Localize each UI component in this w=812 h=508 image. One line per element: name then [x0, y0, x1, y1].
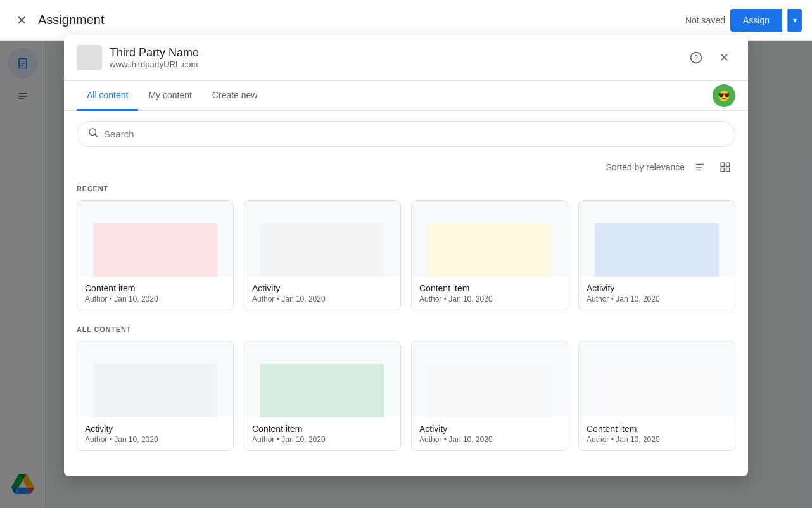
all-card-info-0: Activity Author • Jan 10, 2020 [77, 417, 233, 450]
tab-create-new[interactable]: Create new [202, 81, 268, 111]
all-card-meta-2: Author • Jan 10, 2020 [419, 435, 560, 444]
all-card-thumb-1 [244, 341, 400, 417]
card-meta-1: Author • Jan 10, 2020 [252, 295, 393, 303]
card-title-1: Activity [252, 283, 393, 293]
card-meta-0: Author • Jan 10, 2020 [85, 295, 225, 303]
all-content-card-0[interactable]: Activity Author • Jan 10, 2020 [77, 341, 234, 451]
recent-cards-grid: Content item Author • Jan 10, 2020 Activ… [77, 200, 735, 310]
grid-view-icon [720, 162, 731, 173]
all-content-card-1[interactable]: Content item Author • Jan 10, 2020 [244, 341, 401, 451]
card-info-1: Activity Author • Jan 10, 2020 [244, 277, 400, 310]
all-card-thumb-0 [77, 341, 233, 417]
all-card-title-0: Activity [85, 424, 225, 434]
card-thumb-inner-0 [93, 223, 218, 277]
all-content-cards-grid: Activity Author • Jan 10, 2020 Content i… [77, 341, 735, 451]
modal-dialog: Third Party Name www.thirdpartyURL.com ?… [64, 35, 748, 476]
all-card-meta-0: Author • Jan 10, 2020 [85, 435, 225, 444]
modal-title-group: Third Party Name www.thirdpartyURL.com [110, 46, 685, 69]
recent-card-3[interactable]: Activity Author • Jan 10, 2020 [578, 200, 735, 310]
all-card-thumb-2 [412, 341, 568, 417]
card-thumb-inner-3 [595, 223, 720, 277]
help-icon: ? [690, 51, 702, 64]
grid-view-button[interactable] [715, 157, 735, 177]
all-card-title-3: Content item [587, 424, 727, 434]
all-card-meta-1: Author • Jan 10, 2020 [252, 435, 393, 444]
help-button[interactable]: ? [685, 46, 707, 69]
recent-section-label: RECENT [77, 185, 735, 193]
card-title-3: Activity [587, 283, 727, 293]
search-input[interactable] [104, 129, 725, 139]
card-info-0: Content item Author • Jan 10, 2020 [77, 277, 233, 310]
card-title-2: Content item [419, 283, 560, 293]
all-content-card-3[interactable]: Content item Author • Jan 10, 2020 [578, 341, 735, 451]
svg-rect-14 [721, 163, 724, 166]
close-icon: ✕ [16, 13, 27, 28]
top-bar-right: Not saved Assign ▾ [685, 9, 802, 32]
svg-rect-17 [726, 168, 730, 172]
avatar-emoji: 😎 [718, 90, 730, 102]
svg-rect-16 [721, 168, 724, 172]
all-card-thumb-inner-0 [93, 364, 218, 417]
card-thumb-inner-2 [428, 223, 552, 277]
tab-all-content[interactable]: All content [77, 81, 138, 111]
modal-logo [77, 45, 102, 70]
sort-button[interactable] [690, 157, 710, 177]
page-title: Assignment [38, 13, 105, 27]
sort-bar: Sorted by relevance [77, 157, 735, 177]
close-button[interactable]: ✕ [10, 9, 33, 32]
card-thumb-1 [244, 201, 400, 277]
recent-card-0[interactable]: Content item Author • Jan 10, 2020 [77, 200, 234, 310]
all-card-info-3: Content item Author • Jan 10, 2020 [579, 417, 735, 450]
all-content-card-2[interactable]: Activity Author • Jan 10, 2020 [411, 341, 568, 451]
assign-dropdown-button[interactable]: ▾ [787, 9, 802, 32]
sort-label: Sorted by relevance [606, 162, 685, 172]
all-card-title-1: Content item [252, 424, 393, 434]
card-meta-3: Author • Jan 10, 2020 [587, 295, 727, 303]
modal-title: Third Party Name [110, 46, 685, 60]
svg-text:?: ? [694, 54, 698, 61]
modal-body: Sorted by relevance RECENT [64, 111, 748, 476]
card-thumb-2 [412, 201, 568, 277]
search-bar[interactable] [77, 121, 735, 147]
sort-icon [694, 162, 706, 173]
all-content-section-label: ALL CONTENT [77, 326, 735, 333]
modal-header: Third Party Name www.thirdpartyURL.com ?… [64, 35, 748, 81]
recent-card-1[interactable]: Activity Author • Jan 10, 2020 [244, 200, 401, 310]
not-saved-label: Not saved [685, 15, 725, 25]
all-card-info-2: Activity Author • Jan 10, 2020 [412, 417, 568, 450]
recent-card-2[interactable]: Content item Author • Jan 10, 2020 [411, 200, 568, 310]
tabs-bar: All content My content Create new 😎 [64, 81, 748, 111]
modal-header-actions: ? ✕ [685, 46, 735, 69]
card-thumb-3 [579, 201, 735, 277]
user-avatar[interactable]: 😎 [713, 84, 735, 107]
all-card-meta-3: Author • Jan 10, 2020 [587, 435, 727, 444]
modal-url: www.thirdpartyURL.com [110, 60, 685, 69]
modal-close-icon: ✕ [720, 51, 729, 65]
tab-my-content[interactable]: My content [138, 81, 201, 111]
all-card-thumb-inner-1 [260, 364, 385, 417]
card-info-3: Activity Author • Jan 10, 2020 [579, 277, 735, 310]
all-card-thumb-inner-3 [595, 364, 720, 417]
search-icon [87, 127, 99, 141]
card-title-0: Content item [85, 283, 225, 293]
all-card-title-2: Activity [419, 424, 560, 434]
card-thumb-inner-1 [260, 223, 385, 277]
card-thumb-0 [77, 201, 233, 277]
modal-close-button[interactable]: ✕ [713, 46, 735, 69]
all-card-thumb-3 [579, 341, 735, 417]
all-card-thumb-inner-2 [428, 364, 552, 417]
svg-rect-15 [726, 163, 730, 166]
card-info-2: Content item Author • Jan 10, 2020 [412, 277, 568, 310]
svg-line-10 [95, 134, 97, 136]
dropdown-icon: ▾ [793, 16, 797, 25]
search-svg-icon [87, 127, 99, 138]
assign-button[interactable]: Assign [730, 9, 782, 32]
all-card-info-1: Content item Author • Jan 10, 2020 [244, 417, 400, 450]
card-meta-2: Author • Jan 10, 2020 [419, 295, 560, 303]
